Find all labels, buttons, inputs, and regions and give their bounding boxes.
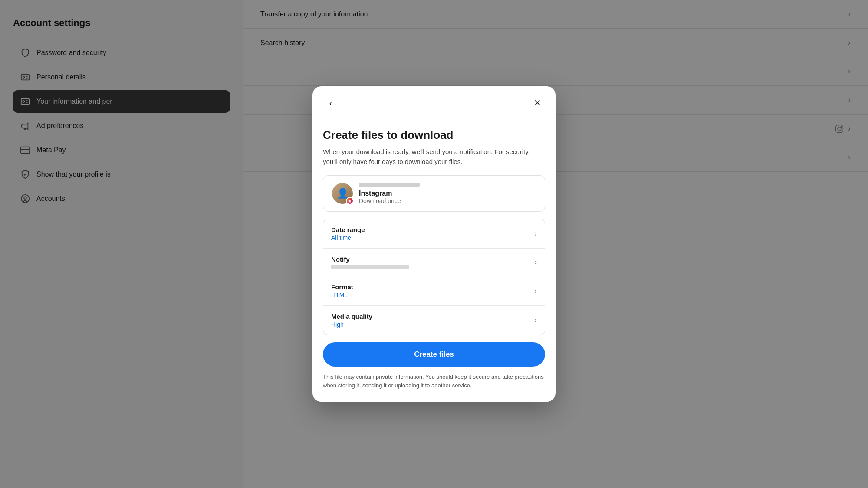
notify-label: Notify — [331, 255, 409, 263]
modal-close-button[interactable]: ✕ — [529, 95, 545, 111]
media-quality-row[interactable]: Media quality High › — [323, 306, 545, 335]
create-files-button[interactable]: Create files — [323, 342, 545, 367]
modal-body: Create files to download When your downl… — [312, 118, 556, 402]
media-quality-chevron: › — [534, 316, 537, 325]
instagram-badge-icon: ▣ — [348, 199, 352, 203]
options-card: Date range All time › Notify › — [323, 219, 545, 335]
modal-description: When your download is ready, we'll send … — [323, 147, 545, 167]
account-card: 👤 ▣ Instagram Download once — [323, 175, 545, 212]
notify-value-blurred — [331, 265, 409, 269]
modal-footer-note: This file may contain private informatio… — [323, 373, 545, 390]
modal: ‹ ✕ Create files to download When your d… — [312, 86, 556, 402]
date-range-row[interactable]: Date range All time › — [323, 219, 545, 249]
date-range-info: Date range All time — [331, 226, 365, 241]
media-quality-label: Media quality — [331, 313, 372, 320]
instagram-badge: ▣ — [346, 197, 354, 205]
date-range-label: Date range — [331, 226, 365, 233]
close-icon: ✕ — [534, 98, 541, 108]
format-chevron: › — [534, 286, 537, 295]
account-blurred-username — [359, 183, 420, 187]
date-range-value: All time — [331, 234, 365, 241]
modal-header: ‹ ✕ — [312, 86, 556, 111]
back-icon: ‹ — [329, 98, 332, 108]
format-row[interactable]: Format HTML › — [323, 276, 545, 306]
notify-row[interactable]: Notify › — [323, 249, 545, 276]
account-name: Instagram — [359, 190, 536, 197]
format-label: Format — [331, 283, 353, 291]
account-sub: Download once — [359, 197, 536, 204]
media-quality-value: High — [331, 321, 372, 328]
notify-info: Notify — [331, 255, 409, 269]
media-quality-info: Media quality High — [331, 313, 372, 328]
account-info: Instagram Download once — [359, 183, 536, 204]
date-range-chevron: › — [534, 229, 537, 238]
format-info: Format HTML — [331, 283, 353, 298]
modal-overlay: ‹ ✕ Create files to download When your d… — [0, 0, 868, 488]
notify-chevron: › — [534, 258, 537, 267]
format-value: HTML — [331, 291, 353, 298]
account-avatar-wrap: 👤 ▣ — [332, 183, 353, 204]
modal-back-button[interactable]: ‹ — [323, 95, 339, 111]
modal-title: Create files to download — [323, 128, 545, 142]
